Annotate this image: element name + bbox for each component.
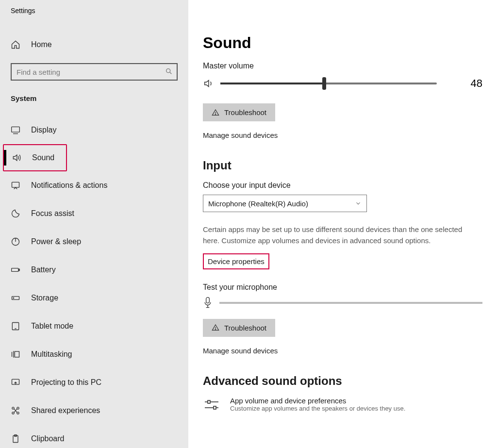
sidebar-item-multitask[interactable]: Multitasking (0, 340, 188, 368)
troubleshoot-label: Troubleshoot (224, 108, 266, 116)
sliders-icon (203, 398, 220, 412)
svg-line-1 (170, 72, 171, 74)
sidebar: Settings Home System Display Sound (0, 0, 188, 448)
input-heading: Input (203, 159, 482, 172)
nav-list: Display Sound Notifications & actions Fo… (0, 116, 188, 448)
dropdown-value: Microphone (Realtek(R) Audio) (208, 199, 308, 208)
app-volume-subtitle: Customize app volumes and the speakers o… (230, 405, 405, 412)
svg-rect-35 (214, 406, 216, 409)
test-mic-label: Test your microphone (203, 283, 482, 292)
focus-icon (11, 209, 20, 218)
sidebar-item-label: Projecting to this PC (31, 378, 101, 387)
category-title: System (0, 94, 188, 102)
svg-rect-15 (15, 351, 19, 357)
mic-level-bar (219, 302, 482, 304)
master-volume-row: 48 (203, 77, 482, 90)
app-volume-title: App volume and device preferences (230, 397, 405, 405)
sidebar-item-label: Storage (31, 294, 58, 302)
slider-thumb[interactable] (322, 77, 326, 90)
sidebar-item-label: Clipboard (31, 434, 64, 443)
sidebar-item-power[interactable]: Power & sleep (0, 228, 188, 256)
troubleshoot-label: Troubleshoot (224, 324, 266, 332)
tablet-icon (11, 321, 20, 331)
power-icon (11, 237, 20, 247)
warning-icon (212, 109, 219, 116)
volume-slider[interactable] (220, 83, 437, 84)
search-wrap (11, 63, 178, 81)
microphone-icon (203, 297, 213, 309)
display-icon (11, 125, 20, 135)
input-help-text: Certain apps may be set up to use differ… (203, 224, 465, 247)
warning-icon (212, 324, 219, 332)
shared-icon (11, 406, 20, 415)
sidebar-item-projecting[interactable]: Projecting to this PC (0, 368, 188, 397)
clipboard-icon (11, 434, 20, 444)
svg-point-10 (13, 298, 14, 299)
sidebar-item-sound[interactable]: Sound (4, 145, 66, 170)
svg-rect-8 (19, 269, 20, 270)
search-input[interactable] (11, 63, 178, 81)
sidebar-item-storage[interactable]: Storage (0, 284, 188, 312)
storage-icon (11, 293, 20, 303)
battery-icon (11, 265, 20, 275)
manage-input-link[interactable]: Manage sound devices (203, 347, 482, 355)
home-icon (11, 40, 20, 50)
svg-point-0 (166, 69, 170, 73)
page-title: Sound (203, 34, 482, 52)
sidebar-item-label: Multitasking (31, 350, 72, 359)
sidebar-item-tablet[interactable]: Tablet mode (0, 312, 188, 340)
chevron-down-icon (355, 200, 362, 207)
sidebar-item-notifications[interactable]: Notifications & actions (0, 171, 188, 199)
svg-rect-27 (206, 297, 210, 303)
sidebar-item-label: Shared experiences (31, 406, 100, 415)
sidebar-item-display[interactable]: Display (0, 116, 188, 144)
svg-point-26 (215, 114, 215, 115)
app-volume-link[interactable]: App volume and device preferences Custom… (203, 397, 482, 412)
troubleshoot-output-button[interactable]: Troubleshoot (203, 103, 275, 121)
projecting-icon (11, 378, 20, 387)
advanced-heading: Advanced sound options (203, 374, 482, 388)
multitask-icon (11, 349, 20, 359)
sidebar-item-battery[interactable]: Battery (0, 256, 188, 284)
svg-rect-33 (208, 400, 210, 403)
svg-rect-4 (12, 182, 19, 187)
volume-value: 48 (463, 77, 482, 90)
sidebar-item-label: Battery (31, 265, 56, 274)
sidebar-item-label: Tablet mode (31, 322, 73, 331)
mic-test-row (203, 297, 482, 309)
sidebar-item-label: Notifications & actions (31, 181, 107, 190)
main-content: Sound Master volume 48 Troubleshoot Mana… (188, 0, 497, 448)
svg-rect-2 (12, 127, 20, 132)
svg-rect-7 (12, 268, 18, 272)
svg-point-31 (215, 329, 215, 330)
sidebar-item-label: Sound (32, 153, 54, 162)
sidebar-item-clipboard[interactable]: Clipboard (0, 425, 188, 448)
manage-output-link[interactable]: Manage sound devices (203, 131, 482, 139)
sound-icon (12, 153, 21, 163)
sidebar-item-label: Power & sleep (31, 237, 81, 246)
notifications-icon (11, 181, 20, 190)
speaker-icon[interactable] (203, 78, 214, 89)
master-volume-label: Master volume (203, 62, 482, 70)
input-device-dropdown[interactable]: Microphone (Realtek(R) Audio) (203, 195, 367, 212)
home-label: Home (31, 40, 52, 49)
search-icon (165, 67, 173, 75)
sidebar-item-shared[interactable]: Shared experiences (0, 397, 188, 425)
sidebar-item-focus[interactable]: Focus assist (0, 199, 188, 228)
troubleshoot-input-button[interactable]: Troubleshoot (203, 319, 275, 337)
app-title: Settings (0, 7, 188, 15)
sidebar-item-label: Display (31, 126, 56, 134)
sidebar-item-label: Focus assist (31, 209, 74, 218)
device-properties-link[interactable]: Device properties (204, 254, 268, 268)
choose-input-label: Choose your input device (203, 181, 482, 190)
home-link[interactable]: Home (0, 40, 188, 50)
